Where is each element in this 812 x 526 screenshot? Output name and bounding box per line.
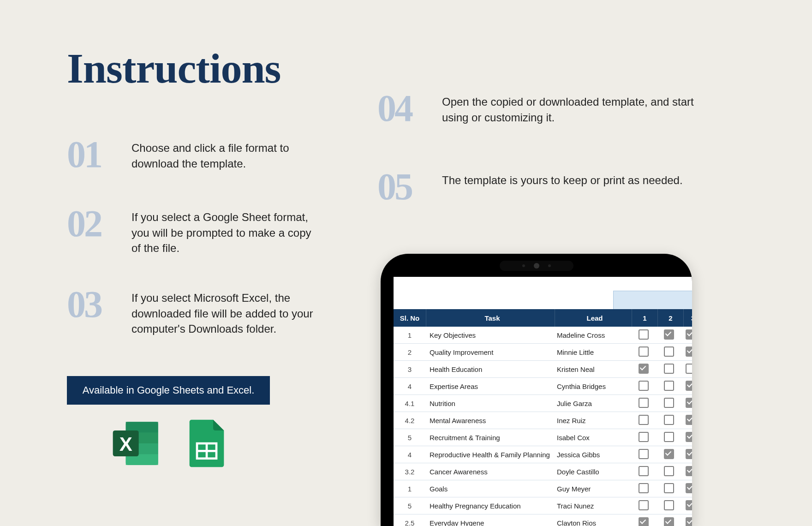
cell-check[interactable]: [631, 381, 656, 392]
checkbox-icon[interactable]: [639, 398, 649, 408]
cell-check[interactable]: [631, 449, 656, 460]
google-sheets-icon[interactable]: [181, 418, 233, 471]
cell-check[interactable]: [656, 517, 681, 526]
cell-lead: Inez Ruiz: [554, 417, 631, 424]
checkbox-icon[interactable]: [639, 415, 649, 425]
cell-lead: Minnie Little: [554, 348, 631, 356]
cell-check[interactable]: [681, 483, 692, 495]
checkbox-icon[interactable]: [664, 364, 674, 374]
cell-check[interactable]: [656, 415, 681, 426]
checkbox-icon[interactable]: [639, 364, 649, 374]
checkbox-icon[interactable]: [664, 483, 674, 493]
excel-icon[interactable]: X: [111, 418, 162, 471]
cell-task: Nutrition: [426, 400, 554, 407]
cell-task: Recruitment & Training: [426, 434, 554, 442]
cell-check[interactable]: [631, 347, 656, 358]
cell-check[interactable]: [681, 500, 692, 512]
checkbox-icon[interactable]: [639, 517, 649, 526]
checkbox-icon[interactable]: [639, 500, 649, 510]
cell-check[interactable]: [631, 415, 656, 426]
table-row: 4.1NutritionJulie Garza: [394, 395, 692, 412]
checkbox-icon[interactable]: [686, 381, 692, 391]
checkbox-icon[interactable]: [686, 449, 692, 459]
step-number: 01: [67, 138, 122, 171]
checkbox-icon[interactable]: [664, 432, 674, 442]
checkbox-icon[interactable]: [686, 329, 692, 340]
cell-lead: Traci Nunez: [554, 502, 631, 510]
checkbox-icon[interactable]: [639, 466, 649, 476]
cell-check[interactable]: [631, 329, 656, 341]
checkbox-icon[interactable]: [686, 500, 692, 510]
table-row: 5Recruitment & TrainingIsabel Cox: [394, 429, 692, 446]
cell-check[interactable]: [631, 364, 656, 375]
cell-check[interactable]: [656, 500, 681, 512]
checkbox-icon[interactable]: [686, 398, 692, 408]
cell-check[interactable]: [681, 466, 692, 478]
cell-check[interactable]: [656, 432, 681, 443]
cell-check[interactable]: [631, 398, 656, 409]
cell-check[interactable]: [681, 329, 692, 341]
cell-lead: Cynthia Bridges: [554, 383, 631, 390]
cell-check[interactable]: [631, 500, 656, 512]
cell-task: Goals: [426, 485, 554, 493]
cell-check[interactable]: [656, 466, 681, 478]
table-row: 5Healthy Pregnancy EducationTraci Nunez: [394, 497, 692, 514]
checkbox-icon[interactable]: [686, 415, 692, 425]
cell-check[interactable]: [681, 381, 692, 392]
cell-lead: Doyle Castillo: [554, 468, 631, 476]
checkbox-icon[interactable]: [664, 415, 674, 425]
checkbox-icon[interactable]: [664, 398, 674, 408]
step-number: 02: [67, 208, 122, 240]
checkbox-icon[interactable]: [664, 466, 674, 476]
step-2: 02 If you select a Google Sheet format, …: [67, 208, 321, 256]
available-formats-button[interactable]: Available in Google Sheets and Excel.: [67, 376, 270, 405]
cell-check[interactable]: [656, 381, 681, 392]
table-row: 3.2Cancer AwarenessDoyle Castillo: [394, 463, 692, 480]
header-sl: Sl. No: [394, 309, 426, 327]
cell-check[interactable]: [681, 347, 692, 358]
cell-check[interactable]: [656, 364, 681, 375]
checkbox-icon[interactable]: [639, 329, 649, 340]
cell-check[interactable]: [631, 517, 656, 526]
cell-sl: 4.2: [394, 417, 426, 424]
checkbox-icon[interactable]: [639, 483, 649, 493]
cell-check[interactable]: [681, 449, 692, 460]
table-header-row: Sl. No Task Lead 1 2 3: [394, 309, 692, 327]
cell-check[interactable]: [656, 347, 681, 358]
checkbox-icon[interactable]: [686, 347, 692, 357]
step-5: 05 The template is yours to keep or prin…: [377, 171, 683, 203]
checkbox-icon[interactable]: [686, 432, 692, 442]
cell-check[interactable]: [681, 432, 692, 443]
cell-check[interactable]: [656, 398, 681, 409]
cell-sl: 4.1: [394, 400, 426, 407]
cell-check[interactable]: [631, 432, 656, 443]
cell-check[interactable]: [656, 329, 681, 341]
checkbox-icon[interactable]: [686, 466, 692, 476]
checkbox-icon[interactable]: [664, 381, 674, 391]
checkbox-icon[interactable]: [664, 329, 674, 340]
checkbox-icon[interactable]: [639, 381, 649, 391]
cell-check[interactable]: [656, 483, 681, 495]
checkbox-icon[interactable]: [639, 449, 649, 459]
cell-check[interactable]: [681, 415, 692, 426]
checkbox-icon[interactable]: [664, 500, 674, 510]
cell-check[interactable]: [656, 449, 681, 460]
cell-check[interactable]: [681, 398, 692, 409]
checkbox-icon[interactable]: [686, 364, 692, 374]
cell-check[interactable]: [631, 466, 656, 478]
cell-check[interactable]: [681, 517, 692, 526]
checkbox-icon[interactable]: [639, 432, 649, 442]
checkbox-icon[interactable]: [664, 449, 674, 459]
cell-check[interactable]: [681, 364, 692, 375]
checkbox-icon[interactable]: [664, 517, 674, 526]
checkbox-icon[interactable]: [664, 347, 674, 357]
cell-task: Healthy Pregnancy Education: [426, 502, 554, 510]
cell-check[interactable]: [631, 483, 656, 495]
checkbox-icon[interactable]: [686, 517, 692, 526]
checkbox-icon[interactable]: [686, 483, 692, 493]
table-row: 3Health EducationKristen Neal: [394, 361, 692, 378]
checkbox-icon[interactable]: [639, 347, 649, 357]
cell-lead: Julie Garza: [554, 400, 631, 407]
header-task: Task: [426, 309, 555, 327]
step-number: 04: [377, 92, 433, 125]
